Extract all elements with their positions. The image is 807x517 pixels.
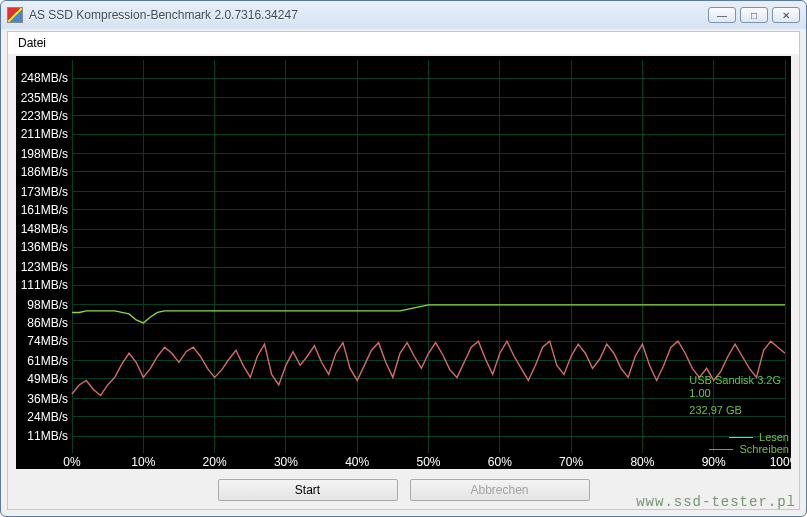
svg-text:136MB/s: 136MB/s	[21, 240, 68, 254]
svg-text:223MB/s: 223MB/s	[21, 109, 68, 123]
device-name: USB Sandisk 3.2G	[689, 374, 781, 387]
svg-text:211MB/s: 211MB/s	[21, 127, 68, 141]
svg-text:100%: 100%	[770, 455, 791, 469]
menu-file[interactable]: Datei	[18, 36, 46, 50]
svg-text:186MB/s: 186MB/s	[21, 165, 68, 179]
svg-text:248MB/s: 248MB/s	[21, 71, 68, 85]
svg-text:49MB/s: 49MB/s	[27, 372, 68, 386]
legend-read: Lesen	[759, 431, 789, 443]
svg-text:90%: 90%	[702, 455, 726, 469]
svg-text:30%: 30%	[274, 455, 298, 469]
device-fw: 1.00	[689, 387, 781, 400]
compression-chart: 11MB/s24MB/s36MB/s49MB/s61MB/s74MB/s86MB…	[16, 56, 791, 469]
svg-text:36MB/s: 36MB/s	[27, 392, 68, 406]
window-title: AS SSD Kompression-Benchmark 2.0.7316.34…	[29, 8, 708, 22]
menubar: Datei	[8, 32, 799, 54]
svg-text:74MB/s: 74MB/s	[27, 334, 68, 348]
legend-write: Schreiben	[739, 443, 789, 455]
svg-text:235MB/s: 235MB/s	[21, 91, 68, 105]
svg-text:173MB/s: 173MB/s	[21, 185, 68, 199]
svg-text:111MB/s: 111MB/s	[21, 278, 68, 292]
svg-text:11MB/s: 11MB/s	[27, 429, 68, 443]
chart-area: 11MB/s24MB/s36MB/s49MB/s61MB/s74MB/s86MB…	[16, 56, 791, 469]
svg-text:161MB/s: 161MB/s	[21, 203, 68, 217]
svg-text:10%: 10%	[131, 455, 155, 469]
watermark: www.ssd-tester.pl	[636, 494, 796, 510]
svg-text:60%: 60%	[488, 455, 512, 469]
svg-text:40%: 40%	[345, 455, 369, 469]
content-pane: Datei 11MB/s24MB/s36MB/s49MB/s61MB/s74MB…	[7, 31, 800, 510]
maximize-button[interactable]: □	[740, 7, 768, 23]
svg-text:80%: 80%	[630, 455, 654, 469]
svg-text:20%: 20%	[203, 455, 227, 469]
start-button[interactable]: Start	[218, 479, 398, 501]
svg-text:24MB/s: 24MB/s	[27, 410, 68, 424]
app-icon	[7, 7, 23, 23]
legend-read-line	[729, 437, 753, 438]
svg-text:61MB/s: 61MB/s	[27, 354, 68, 368]
app-window: AS SSD Kompression-Benchmark 2.0.7316.34…	[0, 0, 807, 517]
titlebar: AS SSD Kompression-Benchmark 2.0.7316.34…	[1, 1, 806, 29]
svg-text:148MB/s: 148MB/s	[21, 222, 68, 236]
svg-text:50%: 50%	[416, 455, 440, 469]
svg-text:123MB/s: 123MB/s	[21, 260, 68, 274]
legend: Lesen Schreiben	[709, 431, 789, 455]
svg-text:98MB/s: 98MB/s	[27, 298, 68, 312]
device-capacity: 232,97 GB	[689, 404, 781, 417]
minimize-button[interactable]: —	[708, 7, 736, 23]
svg-text:0%: 0%	[63, 455, 81, 469]
svg-text:198MB/s: 198MB/s	[21, 147, 68, 161]
device-info: USB Sandisk 3.2G 1.00 232,97 GB	[685, 372, 791, 419]
svg-text:86MB/s: 86MB/s	[27, 316, 68, 330]
close-button[interactable]: ✕	[772, 7, 800, 23]
svg-text:70%: 70%	[559, 455, 583, 469]
cancel-button[interactable]: Abbrechen	[410, 479, 590, 501]
legend-write-line	[709, 449, 733, 450]
